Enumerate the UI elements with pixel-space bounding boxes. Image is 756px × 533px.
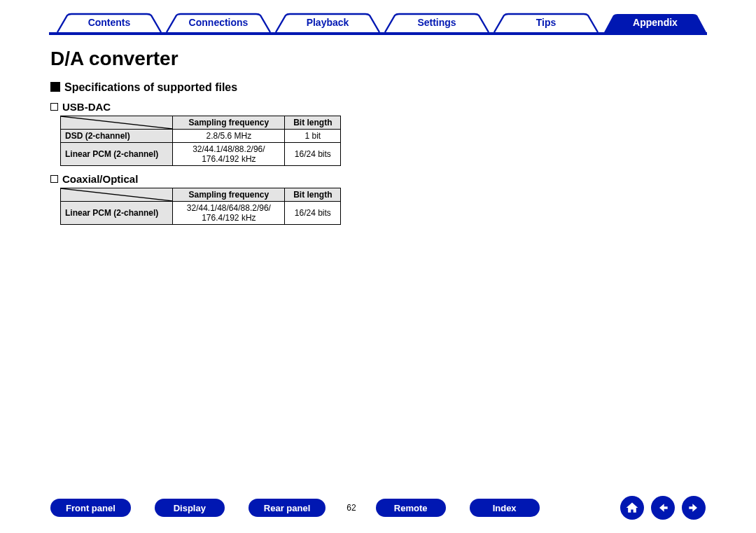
table-corner-cell bbox=[61, 116, 173, 130]
page-title: D/A converter bbox=[50, 48, 756, 70]
table-row: Linear PCM (2-channel) 32/44.1/48/88.2/9… bbox=[61, 143, 341, 166]
display-button[interactable]: Display bbox=[155, 499, 225, 517]
tab-tips[interactable]: Tips bbox=[494, 17, 598, 28]
col-sampling-frequency: Sampling frequency bbox=[173, 188, 285, 202]
remote-button[interactable]: Remote bbox=[376, 499, 446, 517]
tab-playback[interactable]: Playback bbox=[276, 17, 379, 28]
row-label: DSD (2-channel) bbox=[61, 130, 173, 143]
section-heading: Specifications of supported files bbox=[50, 81, 756, 94]
col-bit-length: Bit length bbox=[285, 116, 341, 130]
usb-dac-heading-text: USB-DAC bbox=[62, 101, 111, 113]
front-panel-button[interactable]: Front panel bbox=[50, 499, 131, 517]
coax-heading-text: Coaxial/Optical bbox=[62, 173, 138, 185]
top-nav: Contents Connections Playback Settings T… bbox=[0, 7, 756, 39]
cell-bits: 1 bit bbox=[285, 130, 341, 143]
row-label: Linear PCM (2-channel) bbox=[61, 143, 173, 166]
home-button[interactable] bbox=[620, 496, 644, 520]
table-corner-cell bbox=[61, 188, 173, 202]
cell-freq: 2.8/5.6 MHz bbox=[173, 130, 285, 143]
col-bit-length: Bit length bbox=[285, 188, 341, 202]
table-row: Sampling frequency Bit length bbox=[61, 116, 341, 130]
svg-line-2 bbox=[61, 188, 172, 201]
coax-table: Sampling frequency Bit length Linear PCM… bbox=[60, 188, 341, 225]
tab-contents[interactable]: Contents bbox=[57, 17, 161, 28]
cell-freq: 32/44.1/48/88.2/96/ 176.4/192 kHz bbox=[173, 143, 285, 166]
table-row: Linear PCM (2-channel) 32/44.1/48/64/88.… bbox=[61, 202, 341, 225]
square-bullet-icon bbox=[50, 82, 60, 92]
arrow-right-icon bbox=[687, 501, 701, 515]
table-row: DSD (2-channel) 2.8/5.6 MHz 1 bit bbox=[61, 130, 341, 143]
section-heading-text: Specifications of supported files bbox=[64, 81, 237, 93]
prev-button[interactable] bbox=[651, 496, 675, 520]
tab-settings[interactable]: Settings bbox=[385, 17, 489, 28]
tab-connections[interactable]: Connections bbox=[167, 17, 270, 28]
svg-line-1 bbox=[61, 116, 172, 129]
cell-bits: 16/24 bits bbox=[285, 143, 341, 166]
index-button[interactable]: Index bbox=[470, 499, 540, 517]
cell-bits: 16/24 bits bbox=[285, 202, 341, 225]
col-sampling-frequency: Sampling frequency bbox=[173, 116, 285, 130]
row-label: Linear PCM (2-channel) bbox=[61, 202, 173, 225]
cell-freq: 32/44.1/48/64/88.2/96/ 176.4/192 kHz bbox=[173, 202, 285, 225]
bottom-nav: Front panel Display Rear panel 62 Remote… bbox=[0, 495, 756, 520]
table-row: Sampling frequency Bit length bbox=[61, 188, 341, 202]
arrow-left-icon bbox=[656, 501, 670, 515]
page-number: 62 bbox=[346, 503, 356, 513]
tab-appendix[interactable]: Appendix bbox=[603, 17, 707, 28]
usb-dac-table: Sampling frequency Bit length DSD (2-cha… bbox=[60, 116, 341, 166]
coax-heading: Coaxial/Optical bbox=[50, 173, 756, 185]
next-button[interactable] bbox=[682, 496, 706, 520]
rear-panel-button[interactable]: Rear panel bbox=[248, 499, 326, 517]
usb-dac-heading: USB-DAC bbox=[50, 101, 756, 113]
hollow-square-icon bbox=[50, 103, 58, 111]
home-icon bbox=[625, 501, 639, 515]
hollow-square-icon bbox=[50, 175, 58, 183]
